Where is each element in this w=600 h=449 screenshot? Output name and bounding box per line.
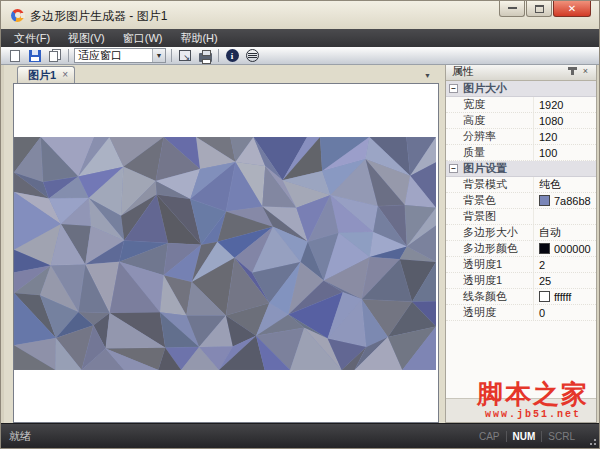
- property-value[interactable]: 100: [534, 147, 596, 159]
- property-row[interactable]: 背景色7a86b8: [446, 193, 596, 209]
- lock-indicator-scrl: SCRL: [541, 431, 581, 442]
- main-content: 图片1 × ▼ 属性 × −图片大小宽度1920高度1080分辨率120质量10…: [1, 65, 599, 423]
- color-swatch: [539, 291, 550, 302]
- property-label: 宽度: [461, 97, 534, 112]
- property-label: 分辨率: [461, 129, 534, 144]
- property-label: 透明度1: [461, 273, 534, 288]
- print-button[interactable]: [195, 48, 215, 64]
- tab-strip: 图片1 × ▼: [13, 65, 439, 83]
- resize-grip[interactable]: [587, 436, 597, 446]
- lock-indicator-num: NUM: [506, 431, 542, 442]
- property-label: 透明度1: [461, 257, 534, 272]
- fit-window-icon: [179, 50, 191, 61]
- property-value[interactable]: 1080: [534, 115, 596, 127]
- property-row[interactable]: 透明度12: [446, 257, 596, 273]
- property-row[interactable]: 背景模式纯色: [446, 177, 596, 193]
- chevron-down-icon[interactable]: ▼: [152, 49, 165, 62]
- titlebar[interactable]: 多边形图片生成器 - 图片1 ✕: [1, 1, 599, 29]
- property-label: 背景色: [461, 193, 534, 208]
- property-row[interactable]: 宽度1920: [446, 97, 596, 113]
- keyboard-locks: CAPNUMSCRL: [473, 431, 581, 442]
- property-row[interactable]: 背景图: [446, 209, 596, 225]
- status-ready-text: 就绪: [9, 429, 473, 444]
- property-label: 背景模式: [461, 177, 534, 192]
- property-label: 透明度: [461, 305, 534, 320]
- collapse-icon[interactable]: −: [449, 84, 458, 93]
- app-logo-icon: [11, 9, 24, 22]
- new-file-button[interactable]: [5, 48, 25, 64]
- property-group-row[interactable]: −图片大小: [446, 81, 596, 97]
- tab-image1[interactable]: 图片1 ×: [17, 66, 75, 83]
- color-swatch: [539, 243, 550, 254]
- tab-close-icon[interactable]: ×: [62, 70, 68, 80]
- tab-list-dropdown-icon[interactable]: ▼: [424, 72, 431, 79]
- app-window: 多边形图片生成器 - 图片1 ✕ 文件(F)视图(V)窗口(W)帮助(H) 适应…: [0, 0, 600, 449]
- document-canvas[interactable]: [13, 83, 439, 423]
- property-row[interactable]: 高度1080: [446, 113, 596, 129]
- properties-panel: 属性 × −图片大小宽度1920高度1080分辨率120质量100−图片设置背景…: [445, 65, 597, 423]
- print-icon: [199, 53, 212, 62]
- polygon-preview-image: [14, 137, 436, 370]
- property-row[interactable]: 透明度125: [446, 273, 596, 289]
- copy-button[interactable]: [45, 48, 65, 64]
- property-row[interactable]: 多边形颜色000000: [446, 241, 596, 257]
- property-row[interactable]: 线条颜色ffffff: [446, 289, 596, 305]
- lock-indicator-cap: CAP: [473, 431, 506, 442]
- menu-item[interactable]: 文件(F): [5, 29, 59, 47]
- properties-grid: −图片大小宽度1920高度1080分辨率120质量100−图片设置背景模式纯色背…: [446, 81, 596, 398]
- property-value[interactable]: 自动: [534, 225, 596, 240]
- property-row[interactable]: 质量100: [446, 145, 596, 161]
- close-icon: ✕: [568, 3, 576, 14]
- panel-close-icon[interactable]: ×: [579, 65, 592, 78]
- copy-icon: [49, 51, 58, 62]
- menubar: 文件(F)视图(V)窗口(W)帮助(H): [1, 29, 599, 47]
- collapse-icon[interactable]: −: [449, 164, 458, 173]
- maximize-button[interactable]: [526, 1, 552, 17]
- property-label: 背景图: [461, 209, 534, 224]
- language-button[interactable]: [242, 48, 262, 64]
- color-swatch: [539, 195, 550, 206]
- pin-icon[interactable]: [566, 65, 579, 78]
- save-button[interactable]: [25, 48, 45, 64]
- property-row[interactable]: 多边形大小自动: [446, 225, 596, 241]
- new-file-icon: [10, 50, 20, 62]
- info-icon: i: [226, 49, 239, 62]
- save-icon: [29, 50, 41, 62]
- properties-title: 属性: [452, 65, 566, 79]
- property-value[interactable]: 000000: [534, 243, 596, 255]
- language-globe-icon: [246, 49, 259, 62]
- zoom-mode-select[interactable]: 适应窗口 ▼: [74, 48, 166, 63]
- property-value[interactable]: ffffff: [534, 291, 596, 303]
- window-controls: ✕: [498, 1, 591, 17]
- property-label: 多边形大小: [461, 225, 534, 240]
- property-label: 质量: [461, 145, 534, 160]
- fit-window-button[interactable]: [175, 48, 195, 64]
- property-row[interactable]: 透明度0: [446, 305, 596, 321]
- toolbar-separator: [68, 49, 69, 62]
- menu-item[interactable]: 视图(V): [59, 29, 114, 47]
- property-label: 高度: [461, 113, 534, 128]
- document-column: 图片1 × ▼: [13, 65, 439, 423]
- group-label: 图片大小: [461, 81, 534, 96]
- window-title: 多边形图片生成器 - 图片1: [30, 6, 167, 25]
- property-value[interactable]: 120: [534, 131, 596, 143]
- property-description-pane: [446, 398, 596, 422]
- property-value[interactable]: 纯色: [534, 177, 596, 192]
- property-row[interactable]: 分辨率120: [446, 129, 596, 145]
- minimize-icon: [508, 6, 517, 9]
- property-group-row[interactable]: −图片设置: [446, 161, 596, 177]
- menu-item[interactable]: 帮助(H): [171, 29, 226, 47]
- info-button[interactable]: i: [222, 48, 242, 64]
- minimize-button[interactable]: [499, 1, 525, 17]
- close-button[interactable]: ✕: [553, 1, 591, 17]
- statusbar: 就绪 CAPNUMSCRL: [1, 423, 599, 448]
- menu-item[interactable]: 窗口(W): [114, 29, 172, 47]
- toolbar-separator: [171, 49, 172, 62]
- toolbar-separator: [218, 49, 219, 62]
- property-value[interactable]: 0: [534, 307, 596, 319]
- property-value[interactable]: 7a86b8: [534, 195, 596, 207]
- property-value[interactable]: 2: [534, 259, 596, 271]
- property-value[interactable]: 25: [534, 275, 596, 287]
- group-label: 图片设置: [461, 161, 534, 176]
- property-value[interactable]: 1920: [534, 99, 596, 111]
